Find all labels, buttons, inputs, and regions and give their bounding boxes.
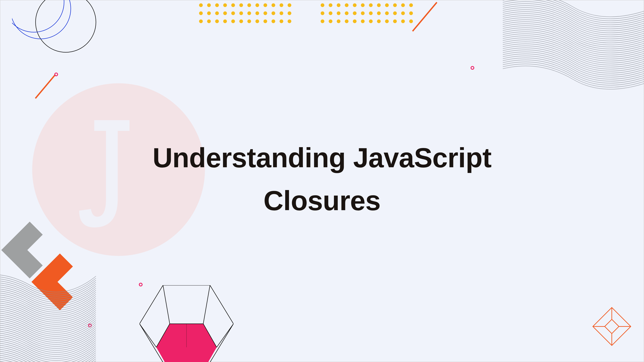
svg-point-1 xyxy=(12,0,71,39)
svg-line-7 xyxy=(217,324,234,347)
circles-decoration xyxy=(12,0,106,67)
wave-lines-bl xyxy=(0,271,96,362)
hexagon-3d-decoration xyxy=(140,285,234,362)
ring-decoration xyxy=(54,72,58,76)
svg-point-2 xyxy=(12,0,64,32)
svg-line-6 xyxy=(203,285,210,324)
rhombus-decoration xyxy=(585,300,639,353)
svg-line-5 xyxy=(163,285,170,324)
ring-decoration xyxy=(470,66,474,70)
dot-grid-decoration xyxy=(199,0,413,23)
slide-container: Understanding JavaScript Closures xyxy=(0,0,644,362)
slide-title: Understanding JavaScript Closures xyxy=(104,136,540,222)
orange-line-decoration xyxy=(35,74,56,99)
svg-line-8 xyxy=(140,324,156,347)
orange-line-decoration xyxy=(412,2,438,32)
svg-point-0 xyxy=(36,0,96,52)
wave-lines-tr xyxy=(503,0,644,99)
